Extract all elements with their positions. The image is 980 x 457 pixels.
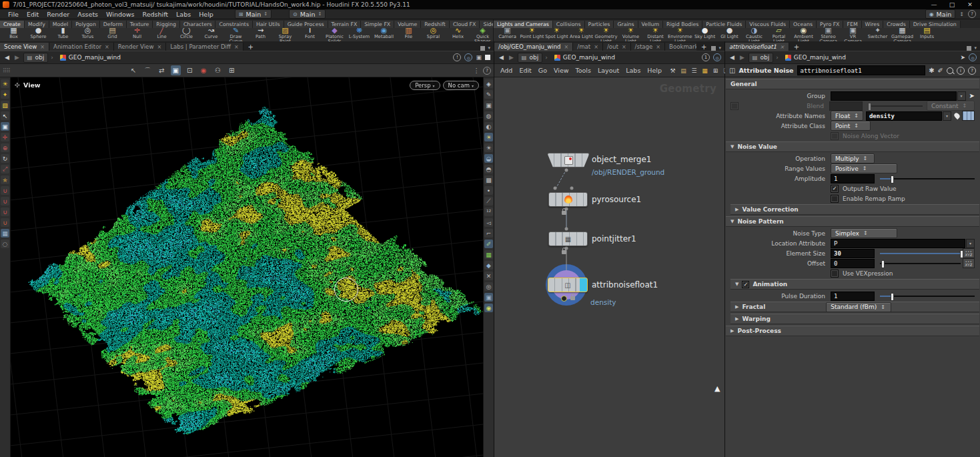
tool-path[interactable]: ⇝ Path bbox=[248, 28, 273, 42]
shelf-tab[interactable]: Rigid Bodies bbox=[663, 21, 702, 28]
tool-gamepad-camera[interactable]: ▦ Gamepad Camera bbox=[890, 28, 915, 42]
location-attribute-input[interactable]: P bbox=[831, 239, 965, 248]
breadcrumb-root[interactable]: ▤obj bbox=[518, 53, 542, 63]
menu-item[interactable]: Help bbox=[195, 11, 217, 18]
shelf-tab[interactable]: Particle Fluids bbox=[702, 21, 746, 28]
cube-icon[interactable]: ▣ bbox=[476, 54, 482, 61]
snap-grid-magnet-icon[interactable]: ∪ bbox=[1, 186, 9, 195]
breadcrumb-root[interactable]: ▤obj bbox=[749, 53, 773, 63]
shelf-tab[interactable]: FEM bbox=[843, 21, 861, 28]
network-menu-item[interactable]: Edit bbox=[516, 67, 534, 74]
wrench-icon[interactable]: ⚒ bbox=[668, 66, 677, 75]
rotate-tool-icon[interactable]: ↻ bbox=[1, 154, 9, 163]
tool-area-light[interactable]: ☀ Area Light bbox=[569, 28, 594, 42]
section-warping[interactable]: ▶Warping bbox=[730, 314, 979, 324]
shelf-tab[interactable]: Drive Simulation bbox=[910, 21, 961, 28]
info-icon[interactable]: ! bbox=[453, 53, 461, 61]
tool-portal-light[interactable]: ▱ Portal Light bbox=[767, 28, 791, 42]
corner-desktop-selector[interactable]: ◉ Main bbox=[925, 9, 956, 19]
tool-vr-camera[interactable]: ▣ VR Camera bbox=[841, 28, 865, 42]
secure-selection-lock-icon[interactable]: ▣ bbox=[1, 122, 9, 131]
tool-ambient-light[interactable]: ◉ Ambient Light bbox=[791, 28, 816, 42]
close-tab-icon[interactable]: × bbox=[40, 44, 45, 50]
shelf-tab[interactable]: Volume bbox=[394, 21, 421, 28]
scale-tool-icon[interactable]: ⤢ bbox=[1, 165, 9, 173]
shelf-tab[interactable]: Model bbox=[49, 21, 72, 28]
display-points-icon[interactable]: ◈ bbox=[484, 79, 493, 88]
tool-spot-light[interactable]: ☀ Spot Light bbox=[544, 28, 569, 42]
ghost-objects-icon[interactable]: ⚇ bbox=[213, 65, 223, 75]
location-dropdown-icon[interactable]: ▾ bbox=[966, 239, 975, 248]
tool-quick-shapes[interactable]: ◈ Quick Shapes bbox=[470, 28, 493, 42]
tool-environment-light[interactable]: ☀ Environment Light bbox=[668, 28, 692, 42]
pane-maximize-icon[interactable] bbox=[967, 46, 971, 51]
menu-item[interactable]: Labs bbox=[172, 11, 195, 18]
diamond-display-icon[interactable]: ◆ bbox=[484, 261, 493, 270]
tool-box[interactable]: ▦ Box bbox=[1, 28, 26, 42]
breadcrumb-node[interactable]: GEO_manju_wind bbox=[56, 53, 125, 63]
pane-tab[interactable]: Render View× bbox=[114, 43, 166, 51]
pulse-duration-slider[interactable] bbox=[880, 292, 975, 300]
tool-file[interactable]: ▥ File bbox=[396, 28, 421, 42]
back-arrow-icon[interactable]: ◀ bbox=[498, 54, 505, 61]
brush-icon[interactable]: ✐ bbox=[938, 67, 943, 74]
node-label[interactable]: pyrosource1 bbox=[592, 195, 641, 204]
enable-remap-checkbox[interactable] bbox=[831, 195, 839, 203]
network-menu-item[interactable]: View bbox=[550, 67, 572, 74]
viewport-canvas[interactable] bbox=[10, 77, 483, 457]
swatch-icon[interactable] bbox=[485, 55, 490, 60]
attr-dropdown-icon[interactable]: ▾ bbox=[943, 111, 951, 121]
menu-item[interactable]: Windows bbox=[102, 11, 138, 18]
close-tab-icon[interactable]: × bbox=[594, 44, 598, 50]
close-tab-icon[interactable]: × bbox=[656, 44, 660, 50]
offset-slider[interactable] bbox=[880, 260, 961, 268]
green-grid-icon[interactable]: ▦ bbox=[484, 250, 493, 259]
tool-gi-light[interactable]: ● GI Light bbox=[717, 28, 742, 42]
shelf-tab[interactable]: Simple FX bbox=[361, 21, 394, 28]
viewport-help-icon[interactable]: ? bbox=[483, 67, 491, 75]
forward-arrow-icon[interactable]: ▶ bbox=[739, 54, 746, 61]
offset-xyz-button[interactable]: •••XYZ bbox=[963, 258, 975, 268]
tool-tube[interactable]: ▮ Tube bbox=[51, 28, 75, 42]
materials-display-icon[interactable]: ▩ bbox=[484, 175, 493, 184]
close-tab-icon[interactable]: × bbox=[780, 44, 785, 50]
folder-icon[interactable]: ▤ bbox=[679, 66, 688, 75]
breadcrumb-node[interactable]: GEO_manju_wind bbox=[550, 53, 619, 63]
shelf-tab[interactable]: Terrain FX bbox=[328, 21, 362, 28]
network-menu-item[interactable]: Labs bbox=[622, 67, 644, 74]
minimize-button[interactable]: — bbox=[927, 1, 941, 8]
stepper-icon[interactable]: ↕ bbox=[959, 11, 964, 17]
group-select-arrow-icon[interactable]: ➤ bbox=[969, 92, 975, 99]
tool-camera[interactable]: ▣ Camera bbox=[495, 28, 520, 42]
target-icon[interactable]: ◎ bbox=[464, 53, 472, 61]
network-menu-item[interactable]: Add bbox=[497, 67, 516, 74]
node-comment[interactable]: /obj/RENDER_ground bbox=[592, 168, 664, 176]
tool-spiral[interactable]: ◎ Spiral bbox=[421, 28, 446, 42]
speaker-icon[interactable]: ◅ bbox=[484, 218, 493, 227]
tool-point-light[interactable]: ☀ Point Light bbox=[520, 28, 544, 42]
shelf-tab[interactable]: Wires bbox=[862, 21, 884, 28]
shelf-tab[interactable]: Viscous Fluids bbox=[746, 21, 790, 28]
offset-input[interactable]: 0 bbox=[831, 259, 875, 268]
tool-volume-light[interactable]: ☀ Volume Light bbox=[618, 28, 643, 42]
lasso-select-icon[interactable]: ⌒ bbox=[143, 65, 153, 75]
element-size-xyz-button[interactable]: •••XYZ bbox=[963, 248, 975, 258]
tool-draw-curve[interactable]: ✎ Draw Curve bbox=[223, 28, 248, 42]
lighting-globe-icon[interactable]: ◐ bbox=[484, 122, 493, 131]
translate-handle-icon[interactable]: ⇄ bbox=[157, 65, 167, 75]
tool-line[interactable]: ╱ Line bbox=[149, 28, 174, 42]
blend-mode-dropdown[interactable]: Constant↕ bbox=[927, 101, 975, 111]
pane-menu-icon[interactable]: ▾ bbox=[488, 45, 490, 51]
tool-geometry-light[interactable]: ☀ Geometry Light bbox=[594, 28, 618, 42]
search-icon[interactable] bbox=[947, 67, 953, 74]
pose-tool-icon[interactable]: ✯ bbox=[1, 175, 9, 184]
section-general[interactable]: General bbox=[726, 79, 979, 89]
close-tab-icon[interactable]: × bbox=[564, 44, 569, 50]
new-tab-button[interactable]: + bbox=[789, 43, 804, 51]
breadcrumb-root[interactable]: ▤obj bbox=[23, 53, 48, 63]
shelf-tab[interactable]: Characters bbox=[180, 21, 216, 28]
element-size-input[interactable]: 30 bbox=[831, 249, 875, 258]
materials-icon[interactable]: ✦ bbox=[1, 90, 9, 99]
tool-spray-paint[interactable]: ▨ Spray Paint bbox=[273, 28, 298, 42]
tool-font[interactable]: T Font bbox=[298, 28, 322, 42]
